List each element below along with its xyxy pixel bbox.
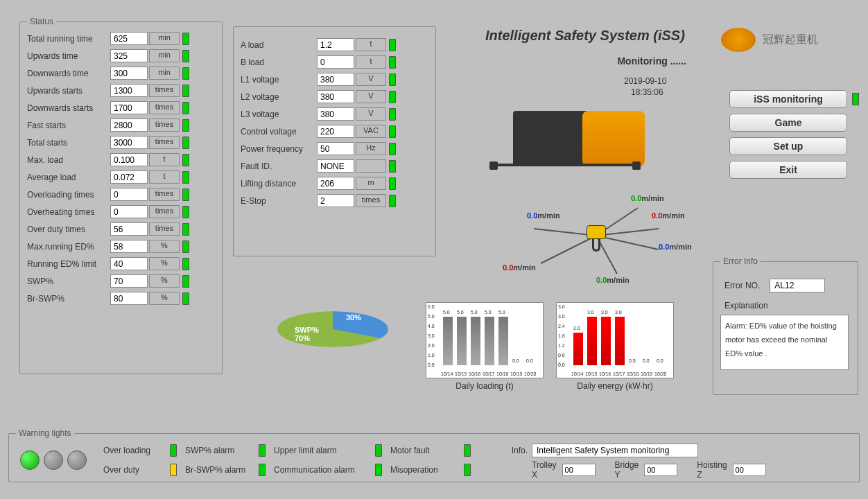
status-value[interactable] [110,101,148,114]
status-row: Over duty times times [27,222,215,236]
reading-label: B load [241,58,317,67]
reading-unit [356,159,386,173]
iss-monitoring-button[interactable]: iSS monitoring [729,90,847,108]
status-value[interactable] [110,32,148,45]
error-info-legend: Error Info [720,256,761,266]
reading-label: L2 voltage [241,92,317,102]
status-row: Overheating times times [27,205,215,218]
warn-brswp-label: Br-SWP% alarm [185,465,254,475]
trolley-field[interactable] [562,464,596,476]
reading-row: L1 voltage V [241,73,428,86]
reading-light [389,177,396,190]
trolley-label: Trolley X [532,460,557,480]
reading-label: Control voltage [241,127,317,137]
status-row: Overloading times times [27,188,215,201]
reading-value[interactable] [317,38,354,51]
status-value[interactable] [110,188,148,201]
status-light [182,240,189,253]
status-row: Br-SWP% % [27,292,215,305]
reading-row: E-Stop times [241,194,428,207]
status-row: Upwards time min [27,49,215,62]
reading-light [389,143,396,155]
status-value[interactable] [110,170,148,184]
exit-button[interactable]: Exit [729,161,847,179]
status-unit: times [149,136,180,149]
status-value[interactable] [110,257,148,270]
status-light [182,119,189,132]
status-light [182,102,189,114]
reading-value[interactable] [317,90,354,103]
reading-label: E-Stop [241,196,317,206]
info-field[interactable] [532,444,698,457]
error-no-field[interactable] [770,279,825,292]
status-value[interactable] [110,240,148,253]
status-value[interactable] [110,153,148,166]
reading-value[interactable] [317,177,354,190]
speed-3: 0.0m/min [527,211,560,220]
status-value[interactable] [110,205,148,218]
reading-row: A load t [241,38,428,51]
status-value[interactable] [110,49,148,62]
warn-swp-light [259,444,266,457]
status-light [182,85,189,97]
reading-unit: times [356,194,386,207]
reading-value[interactable] [317,107,354,121]
game-button[interactable]: Game [729,114,847,132]
warn-misop-label: Misoperation [390,465,460,475]
brand-text: 冠辉起重机 [763,33,818,47]
reading-value[interactable] [317,73,354,86]
status-label: Running ED% limit [27,259,110,269]
reading-label: A load [241,40,317,50]
warning-legend: Warning lights [16,428,74,438]
reading-value[interactable] [317,142,354,155]
reading-row: L3 voltage V [241,107,428,121]
reading-light [389,73,396,86]
status-label: Total starts [27,138,110,148]
status-unit: % [149,274,180,288]
status-value[interactable] [110,67,148,80]
status-value[interactable] [110,274,148,288]
status-unit: % [149,257,180,270]
setup-button[interactable]: Set up [729,137,847,155]
status-label: Upwards starts [27,86,110,96]
reading-value[interactable] [317,194,354,207]
speed-5: 0.0m/min [596,276,630,284]
status-legend: Status [27,17,56,26]
reading-label: Fault ID. [241,161,317,171]
status-light [182,258,189,270]
bridge-field[interactable] [644,464,677,476]
status-unit: t [149,170,180,184]
status-row: Upwards starts times [27,84,215,97]
warn-overduty-label: Over duty [103,465,166,475]
speed-0: 0.0m/min [631,194,664,202]
reading-value[interactable] [317,125,354,138]
reading-light [389,39,396,51]
status-value[interactable] [110,136,148,149]
status-light [182,171,189,184]
hoist-field[interactable] [733,464,766,476]
status-panel: Status Total running time min Upwards ti… [19,17,223,374]
status-value[interactable] [110,84,148,97]
reading-value[interactable] [317,159,354,173]
speed-2: 0.0m/min [659,243,692,251]
status-label: Upwards time [27,51,110,61]
reading-row: Fault ID. [241,159,428,173]
page-title: Intelligent Safety System (iSS) [485,28,685,44]
status-row: Max.running ED% % [27,240,215,253]
machine-illustration [485,97,645,187]
reading-unit: VAC [356,125,386,138]
reading-row: L2 voltage V [241,90,428,103]
reading-unit: m [356,177,386,190]
status-value[interactable] [110,119,148,132]
status-unit: min [149,67,180,80]
status-unit: times [149,205,180,218]
reading-label: L1 voltage [241,75,317,85]
status-label: Average load [27,173,110,182]
status-value[interactable] [110,222,148,236]
warn-overloading-light [170,444,177,457]
reading-value[interactable] [317,55,354,69]
status-value[interactable] [110,292,148,305]
status-unit: times [149,101,180,114]
daily-energy-chart: 0.00.61.21.82.43.03.62.010/143.010/153.0… [556,302,674,391]
reading-label: L3 voltage [241,110,317,119]
